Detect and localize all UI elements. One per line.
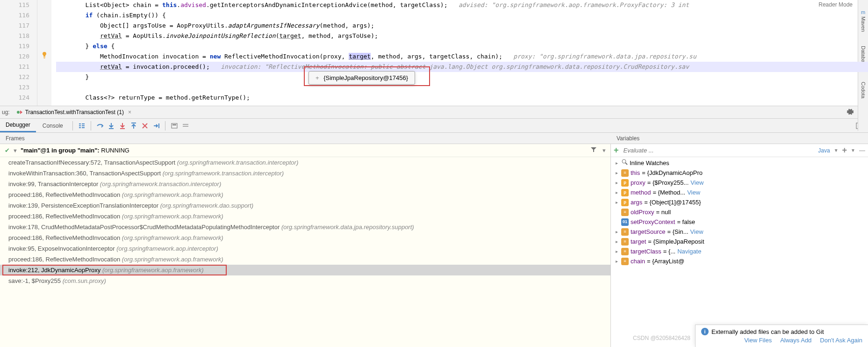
frame-row[interactable]: proceed:186, ReflectiveMethodInvocation … <box>0 232 610 243</box>
dont-ask-link[interactable]: Don't Ask Again <box>820 337 862 344</box>
var-row[interactable]: ▸pproxy = {$Proxy255... View <box>611 178 868 188</box>
svg-rect-10 <box>158 123 159 128</box>
threads-icon[interactable] <box>77 121 87 131</box>
step-over-icon[interactable] <box>95 121 105 131</box>
code-line: } <box>56 72 868 82</box>
svg-rect-9 <box>131 123 136 123</box>
frame-row[interactable]: invoke:178, CrudMethodMetadataPostProces… <box>0 222 610 232</box>
svg-rect-14 <box>183 126 188 127</box>
svg-rect-8 <box>120 128 125 129</box>
drop-frame-icon[interactable] <box>140 121 150 131</box>
code-line: MethodInvocation invocation = new Reflec… <box>56 51 868 62</box>
frame-row[interactable]: invoke:99, TransactionInterceptor (org.s… <box>0 179 610 189</box>
line-number: 121 <box>0 62 37 72</box>
frame-row[interactable]: invokeWithinTransaction:360, Transaction… <box>0 168 610 179</box>
debug-tab-name: TransactionTest.withTransactionTest (1) <box>25 109 124 116</box>
var-row[interactable]: ≡oldProxy = null <box>611 207 868 217</box>
param-badge-icon: p <box>621 199 629 206</box>
gear-icon[interactable] <box>846 108 854 117</box>
console-tab[interactable]: Console <box>37 120 69 132</box>
code-editor[interactable]: 115 116 117 118 119 120 121 122 123 124 … <box>0 0 868 106</box>
svg-line-18 <box>625 163 627 165</box>
code-line <box>56 82 868 93</box>
always-add-link[interactable]: Always Add <box>780 337 811 344</box>
evaluate-icon[interactable] <box>169 121 179 131</box>
debugger-tab[interactable]: Debugger <box>0 119 36 132</box>
frame-row[interactable]: invoke:95, ExposeInvocationInterceptor (… <box>0 243 610 254</box>
filter-icon[interactable] <box>590 146 597 154</box>
chevron-down-icon[interactable]: ▼ <box>851 148 855 153</box>
svg-rect-3 <box>79 127 81 128</box>
gutter-marks <box>37 0 51 106</box>
code-line: Object[] argsToUse = AopProxyUtils.adapt… <box>56 21 868 31</box>
bool-badge-icon: 01 <box>621 218 629 226</box>
new-watch-icon[interactable]: + <box>842 145 847 155</box>
frame-row[interactable]: invoke:139, PersistenceExceptionTranslat… <box>0 200 610 211</box>
field-badge-icon: ≡ <box>621 169 629 177</box>
var-row[interactable]: ▸≡this = {JdkDynamicAopPro <box>611 168 868 178</box>
frame-row-selected[interactable]: invoke:212, JdkDynamicAopProxy (org.spri… <box>0 265 610 275</box>
thread-name: "main"@1 in group "main": <box>21 147 100 154</box>
debug-tabbar: ug: TransactionTest.withTransactionTest … <box>0 106 868 119</box>
var-row[interactable]: ▸≡targetClass = {... Navigate <box>611 246 868 256</box>
field-badge-icon: ≡ <box>621 248 629 255</box>
lang-selector[interactable]: Java <box>818 147 830 154</box>
intention-bulb-icon[interactable] <box>41 51 48 59</box>
step-out-icon[interactable] <box>129 121 139 131</box>
line-number: 117 <box>0 21 37 31</box>
code-line: } else { <box>56 41 868 51</box>
line-number-gutter: 115 116 117 118 119 120 121 122 123 124 <box>0 0 37 106</box>
frames-header: Frames <box>0 133 611 144</box>
line-number: 118 <box>0 31 37 41</box>
plus-icon: + <box>316 74 319 81</box>
trace-icon[interactable] <box>180 121 191 131</box>
code-line: if (chain.isEmpty()) { <box>56 10 868 21</box>
evaluate-tooltip[interactable]: + {SimpleJpaRepository@17456} <box>308 71 415 85</box>
variables-header: Variables <box>611 133 868 144</box>
svg-point-0 <box>17 111 20 114</box>
frames-list[interactable]: createTransactionIfNecessary:572, Transa… <box>0 157 610 286</box>
frame-row[interactable]: proceed:186, ReflectiveMethodInvocation … <box>0 254 610 265</box>
watches-icon <box>621 158 628 168</box>
frame-row[interactable]: save:-1, $Proxy255 (com.sun.proxy) <box>0 275 610 286</box>
evaluate-input[interactable] <box>621 147 817 154</box>
var-row[interactable]: ▸≡chain = {ArrayList@ <box>611 256 868 266</box>
line-number: 124 <box>0 93 37 103</box>
run-to-cursor-icon[interactable] <box>151 121 161 131</box>
check-icon: ✔ <box>5 147 10 154</box>
code-line: Class<?> returnType = method.getReturnTy… <box>56 93 868 103</box>
svg-rect-1 <box>79 123 81 124</box>
debug-config-tab[interactable]: TransactionTest.withTransactionTest (1) … <box>13 106 135 118</box>
variables-tree[interactable]: ▸ Inline Watches ▸≡this = {JdkDynamicAop… <box>611 157 868 267</box>
svg-rect-13 <box>183 124 188 125</box>
var-row[interactable]: ▸pmethod = {Method... View <box>611 188 868 197</box>
chevron-down-icon[interactable]: ▼ <box>834 148 839 153</box>
step-into-icon[interactable] <box>106 121 116 131</box>
info-icon: i <box>701 328 709 335</box>
line-number: 120 <box>0 51 37 62</box>
add-watch-icon[interactable]: + <box>614 145 619 155</box>
frame-row[interactable]: createTransactionIfNecessary:572, Transa… <box>0 157 610 168</box>
view-files-link[interactable]: View Files <box>744 337 772 344</box>
chevron-down-icon[interactable]: ▾ <box>603 147 606 154</box>
var-row[interactable]: 01setProxyContext = false <box>611 217 868 227</box>
code-content[interactable]: List<Object> chain = this.advised.getInt… <box>51 0 868 106</box>
var-row[interactable]: ▸pargs = {Object[1]@17455} <box>611 197 868 207</box>
frame-row[interactable]: proceed:186, ReflectiveMethodInvocation … <box>0 211 610 222</box>
force-step-into-icon[interactable] <box>117 121 128 131</box>
svg-rect-7 <box>109 128 114 129</box>
svg-rect-6 <box>82 127 85 128</box>
var-row[interactable]: ▸≡target = {SimpleJpaReposit <box>611 237 868 246</box>
close-icon[interactable]: × <box>128 109 131 116</box>
line-number: 123 <box>0 82 37 93</box>
inline-watches-node[interactable]: ▸ Inline Watches <box>611 158 868 168</box>
remove-icon[interactable]: — <box>859 147 865 154</box>
frame-row[interactable]: proceed:186, ReflectiveMethodInvocation … <box>0 189 610 200</box>
test-pass-icon <box>16 109 23 116</box>
frames-panel: ✔ ▼ "main"@1 in group "main": RUNNING ▾ … <box>0 144 611 347</box>
field-badge-icon: ≡ <box>621 258 629 265</box>
var-row[interactable]: ▸≡targetSource = {Sin... View <box>611 227 868 237</box>
svg-rect-2 <box>79 125 81 126</box>
thread-selector[interactable]: ✔ ▼ "main"@1 in group "main": RUNNING ▾ <box>0 144 610 157</box>
inline-watches-label: Inline Watches <box>630 158 669 168</box>
